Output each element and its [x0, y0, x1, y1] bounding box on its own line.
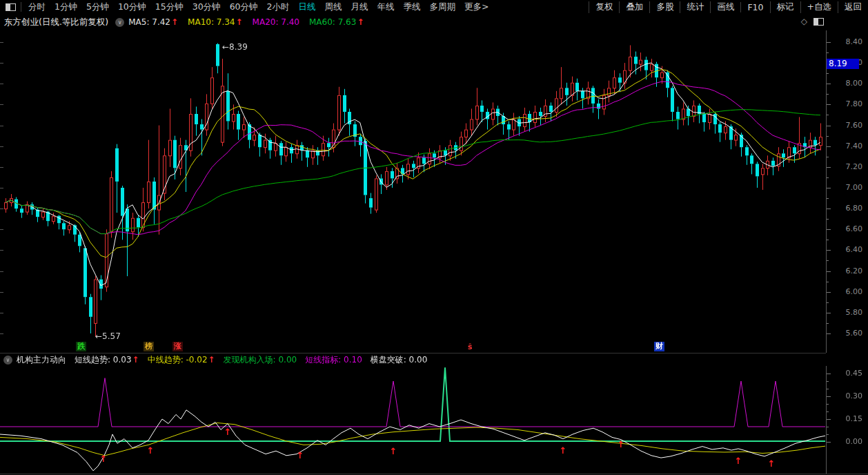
diamond-icon[interactable]: ◇ [801, 17, 807, 26]
axis-tick [0, 229, 3, 230]
header-corner-icons: ◇ [801, 17, 824, 26]
tab-多周期[interactable]: 多周期 [429, 1, 455, 13]
axis-tick [827, 42, 831, 43]
axis-tick-label: 6.60 [827, 224, 862, 234]
axis-tick [827, 94, 829, 95]
tab-60分钟[interactable]: 60分钟 [230, 1, 258, 13]
axis-tick [827, 404, 829, 405]
tab-更多>[interactable]: 更多> [464, 1, 489, 13]
axis-tick [827, 419, 831, 420]
action-多股[interactable]: 多股 [649, 1, 680, 13]
axis-tick-label: 0.30 [827, 391, 862, 401]
tab-季线[interactable]: 季线 [403, 1, 420, 13]
action-叠加[interactable]: 叠加 [619, 1, 649, 13]
axis-tick [827, 177, 829, 178]
window-icon[interactable] [6, 3, 16, 11]
axis-tick [827, 198, 829, 199]
indicator-title: 机构主力动向 [17, 354, 66, 366]
axis-tick [827, 323, 829, 324]
axis-tick [0, 84, 3, 84]
event-badge: ŝ [466, 342, 474, 352]
toolbar-divider [21, 2, 21, 12]
tab-分时[interactable]: 分时 [28, 1, 46, 13]
tab-1分钟[interactable]: 1分钟 [55, 1, 77, 13]
indicator-values: 短线趋势: 0.03↑中线趋势: -0.02↑发现机构入场: 0.00短线指标:… [75, 354, 435, 366]
indicator-header: ∨ 机构主力动向 短线趋势: 0.03↑中线趋势: -0.02↑发现机构入场: … [0, 353, 868, 366]
axis-tick [827, 52, 829, 53]
axis-tick [827, 136, 829, 137]
axis-tick-label: 5.80 [827, 308, 862, 318]
axis-tick [0, 42, 3, 43]
axis-tick [827, 219, 829, 220]
restore-window-icon[interactable] [813, 18, 824, 26]
period-tabs: 分时1分钟5分钟10分钟15分钟30分钟60分钟2小时日线周线月线年线季线多周期… [28, 1, 489, 13]
tab-15分钟[interactable]: 15分钟 [155, 1, 184, 13]
axis-tick [827, 229, 831, 230]
axis-tick [827, 292, 831, 293]
axis-tick [0, 250, 3, 251]
action-F10[interactable]: F10 [740, 2, 769, 12]
axis-tick-label: 7.00 [827, 183, 862, 193]
tab-30分钟[interactable]: 30分钟 [193, 1, 221, 13]
axis-tick [0, 333, 3, 334]
indicator-value: 短线趋势: 0.03↑ [75, 354, 139, 366]
axis-tick-label: 0.45 [827, 369, 862, 378]
toolbar-actions: 复权叠加多股统计画线F10标记+自选返回 [589, 1, 868, 13]
axis-tick [827, 427, 829, 427]
tab-周线[interactable]: 周线 [324, 1, 342, 13]
axis-tick-label: 7.80 [827, 99, 862, 109]
tab-2小时[interactable]: 2小时 [267, 1, 290, 13]
axis-tick-label: 7.20 [827, 162, 862, 172]
up-arrow-icon: ↑ [171, 17, 178, 27]
stock-terminal: 分时1分钟5分钟10分钟15分钟30分钟60分钟2小时日线周线月线年线季线多周期… [0, 0, 868, 475]
candlestick-chart[interactable] [0, 30, 826, 353]
axis-tick [0, 271, 3, 272]
chevron-down-icon[interactable]: ∨ [115, 18, 124, 27]
event-badge: 榜 [144, 342, 154, 351]
axis-tick [0, 63, 3, 64]
action-复权[interactable]: 复权 [589, 1, 619, 13]
ma-value: MA60: 7.63↑ [309, 17, 364, 27]
tab-日线[interactable]: 日线 [298, 1, 315, 13]
axis-tick [0, 167, 3, 168]
chevron-down-icon[interactable]: ∨ [3, 356, 12, 365]
tab-10分钟[interactable]: 10分钟 [118, 1, 146, 13]
buy-signal-arrow-icon: ↑ [99, 454, 108, 463]
axis-tick [827, 167, 831, 168]
axis-tick [0, 146, 3, 147]
axis-tick [827, 381, 829, 382]
axis-tick-label: 6.00 [827, 287, 862, 297]
ma-value: MA5: 7.42↑ [128, 17, 178, 27]
current-price-tag: 8.19 [827, 59, 859, 69]
action-统计[interactable]: 统计 [680, 1, 710, 13]
ma-legend: MA5: 7.42↑MA10: 7.34↑MA20: 7.40MA60: 7.6… [128, 17, 373, 27]
axis-tick-label: 6.80 [827, 204, 862, 213]
tab-5分钟[interactable]: 5分钟 [86, 1, 109, 13]
axis-tick-label: 8.00 [827, 79, 862, 88]
axis-tick-label: 5.60 [827, 329, 862, 338]
bottom-edge [0, 474, 868, 474]
axis-tick-label: 8.40 [827, 37, 862, 47]
buy-signal-arrow-icon: ↑ [617, 440, 625, 449]
action-+自选[interactable]: +自选 [800, 1, 838, 13]
action-返回[interactable]: 返回 [838, 1, 868, 13]
axis-tick-label: 7.60 [827, 121, 862, 130]
axis-tick [827, 260, 829, 261]
axis-tick-label: 6.20 [827, 266, 862, 276]
axis-tick [827, 333, 831, 334]
up-arrow-icon: ↑ [236, 17, 243, 27]
action-标记[interactable]: 标记 [770, 1, 800, 13]
axis-tick [0, 188, 3, 188]
stock-title: 东方创业(日线.等比前复权) [4, 17, 108, 28]
up-arrow-icon: ↑ [132, 355, 139, 365]
tab-月线[interactable]: 月线 [351, 1, 368, 13]
top-toolbar: 分时1分钟5分钟10分钟15分钟30分钟60分钟2小时日线周线月线年线季线多周期… [0, 0, 868, 14]
axis-tick [827, 209, 831, 209]
indicator-value: 中线趋势: -0.02↑ [148, 354, 215, 366]
action-画线[interactable]: 画线 [710, 1, 740, 13]
event-badge: 涨 [172, 342, 183, 351]
axis-tick [827, 374, 831, 374]
tab-年线[interactable]: 年线 [377, 1, 394, 13]
indicator-chart[interactable] [0, 366, 826, 474]
indicator-value: 短线指标: 0.10 [305, 354, 362, 366]
